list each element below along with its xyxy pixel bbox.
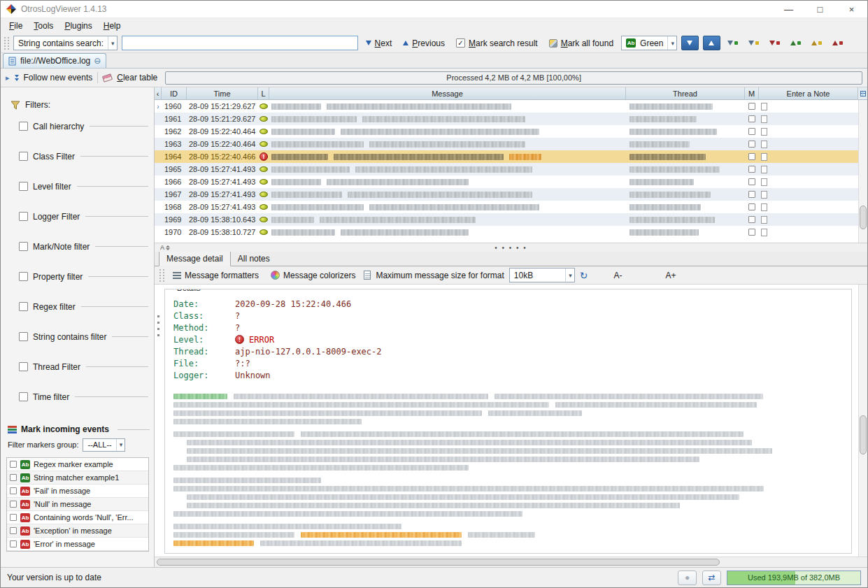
filter-item[interactable]: Mark/Note filter [1, 231, 154, 261]
marker-color-select[interactable]: Ab Green ▾ [621, 36, 677, 50]
tab-all-notes[interactable]: All notes [231, 252, 277, 266]
log-row-1963[interactable]: 1963 28-09 15:22:40.464 [155, 138, 858, 150]
log-row-1960[interactable]: › 1960 28-09 15:21:29.627 [155, 100, 858, 113]
clear-table-button[interactable]: Clear table [117, 73, 157, 83]
row-mark-checkbox[interactable] [748, 115, 755, 122]
jump-next-marked-red-button[interactable] [767, 36, 783, 50]
cell-note[interactable] [759, 150, 858, 163]
message-formatters-button[interactable]: Message formatters [169, 268, 262, 282]
filter-checkbox[interactable] [19, 362, 28, 371]
refresh-format-icon[interactable]: ↻ [580, 270, 588, 281]
toolbar-grip[interactable] [159, 269, 164, 282]
cell-note[interactable] [759, 100, 858, 113]
follow-new-events-toggle[interactable]: Follow new events [24, 73, 93, 83]
row-mark-checkbox[interactable] [748, 191, 755, 198]
cell-note[interactable] [759, 163, 858, 175]
filter-item[interactable]: String contains filter [1, 322, 154, 352]
marker-checkbox[interactable] [10, 461, 17, 468]
log-row-1966[interactable]: 1966 28-09 15:27:41.493 [155, 175, 858, 188]
jump-prev-marked-green-button[interactable] [788, 36, 804, 50]
close-button[interactable]: × [836, 1, 867, 17]
cell-note[interactable] [759, 113, 858, 125]
toolbar-grip[interactable] [4, 37, 9, 50]
filter-item[interactable]: Class Filter [1, 141, 154, 171]
scroll-to-top-button[interactable] [703, 36, 720, 50]
log-row-1962[interactable]: 1962 28-09 15:22:40.464 [155, 125, 858, 138]
jump-prev-marked-yellow-button[interactable] [809, 36, 825, 50]
row-mark-checkbox[interactable] [748, 178, 755, 185]
tab-message-detail[interactable]: Message detail [159, 251, 231, 266]
row-mark-checkbox[interactable] [748, 216, 755, 223]
menu-item-help[interactable]: Help [98, 20, 127, 32]
previous-button[interactable]: Previous [399, 36, 448, 50]
cell-note[interactable] [759, 125, 858, 138]
mark-search-result-toggle[interactable]: ✓ Mark search result [453, 36, 541, 50]
checkbox-checked-icon[interactable]: ✓ [456, 38, 465, 48]
log-row-1968[interactable]: 1968 28-09 15:27:41.493 [155, 201, 858, 213]
mark-all-found-button[interactable]: Mark all found [546, 36, 617, 50]
marker-checkbox[interactable] [10, 474, 17, 481]
cell-note[interactable] [759, 175, 858, 188]
row-mark-checkbox[interactable] [748, 153, 755, 160]
filter-checkbox[interactable] [19, 182, 28, 191]
scrollbar-thumb[interactable] [157, 559, 720, 566]
column-header-id[interactable]: ID [162, 87, 187, 99]
search-mode-select[interactable]: String contains search: ▾ [13, 36, 118, 50]
horizontal-splitter[interactable]: A • • • • • [155, 243, 867, 252]
log-row-1961[interactable]: 1961 28-09 15:21:29.627 [155, 113, 858, 125]
cell-note[interactable] [759, 213, 858, 226]
marker-row[interactable]: Ab Regex marker example [7, 458, 148, 471]
memory-usage-bar[interactable]: Used 193,9MB of 382,0MB [727, 571, 861, 585]
menu-item-plugins[interactable]: Plugins [59, 20, 97, 32]
cell-note[interactable] [759, 226, 858, 238]
log-row-1964[interactable]: 1964 28-09 15:22:40.466 ! [155, 150, 858, 163]
jump-next-marked-green-button[interactable] [725, 36, 741, 50]
row-mark-checkbox[interactable] [748, 166, 755, 173]
scrollbar-thumb[interactable] [860, 206, 867, 229]
row-mark-checkbox[interactable] [748, 128, 755, 135]
filter-checkbox[interactable] [19, 212, 28, 221]
filter-checkbox[interactable] [19, 242, 28, 251]
menu-item-tools[interactable]: Tools [28, 20, 59, 32]
filter-item[interactable]: Property filter [1, 261, 154, 292]
sync-button[interactable]: ⇄ [702, 571, 721, 585]
marker-row[interactable]: Ab 'Exception' in message [7, 524, 148, 538]
marker-row[interactable]: Ab 'Null' in message [7, 498, 148, 511]
jump-prev-marked-red-button[interactable] [830, 36, 846, 50]
tab-close-icon[interactable]: ⊖ [94, 56, 101, 66]
table-vertical-scrollbar[interactable] [858, 87, 867, 243]
column-header-note[interactable]: Enter a Note [759, 87, 858, 99]
marker-checkbox[interactable] [10, 514, 17, 521]
detail-horizontal-scrollbar[interactable] [155, 557, 867, 567]
scroll-to-bottom-button[interactable] [681, 36, 699, 50]
marker-row[interactable]: Ab 'Fail' in message [7, 485, 148, 498]
column-header-thread[interactable]: Thread [626, 87, 745, 99]
filter-checkbox[interactable] [19, 302, 28, 311]
markers-group-select[interactable]: --ALL-- ▾ [83, 438, 125, 452]
marker-checkbox[interactable] [10, 527, 17, 534]
cell-note[interactable] [759, 201, 858, 213]
filter-checkbox[interactable] [19, 272, 28, 281]
column-header-time[interactable]: Time [187, 87, 258, 99]
log-row-1965[interactable]: 1965 28-09 15:27:41.493 [155, 163, 858, 175]
filter-item[interactable]: Call hierarchy [1, 111, 154, 141]
row-mark-checkbox[interactable] [748, 141, 755, 148]
collapse-chevron-icon[interactable]: ▸ [6, 73, 10, 83]
jump-next-marked-yellow-button[interactable] [746, 36, 762, 50]
filter-checkbox[interactable] [19, 122, 28, 131]
filter-item[interactable]: Thread Filter [1, 352, 154, 382]
collapse-left-icon[interactable]: ‹ [157, 89, 159, 98]
marker-row[interactable]: Ab String matcher example1 [7, 471, 148, 485]
column-header-message[interactable]: Message [269, 87, 626, 99]
minimize-button[interactable]: — [773, 1, 804, 17]
scrollbar-thumb[interactable] [860, 415, 867, 454]
row-mark-checkbox[interactable] [748, 229, 755, 236]
marker-row[interactable]: Ab 'Error' in message [7, 538, 148, 551]
cell-note[interactable] [759, 138, 858, 150]
log-row-1967[interactable]: 1967 28-09 15:27:41.493 [155, 188, 858, 201]
marker-checkbox[interactable] [10, 487, 17, 494]
file-tab[interactable]: file://WebOffice.log ⊖ [3, 53, 106, 68]
font-smaller-button[interactable]: A- [611, 268, 626, 282]
splitter-dots-handle[interactable] [157, 315, 159, 340]
marker-checkbox[interactable] [10, 540, 17, 547]
